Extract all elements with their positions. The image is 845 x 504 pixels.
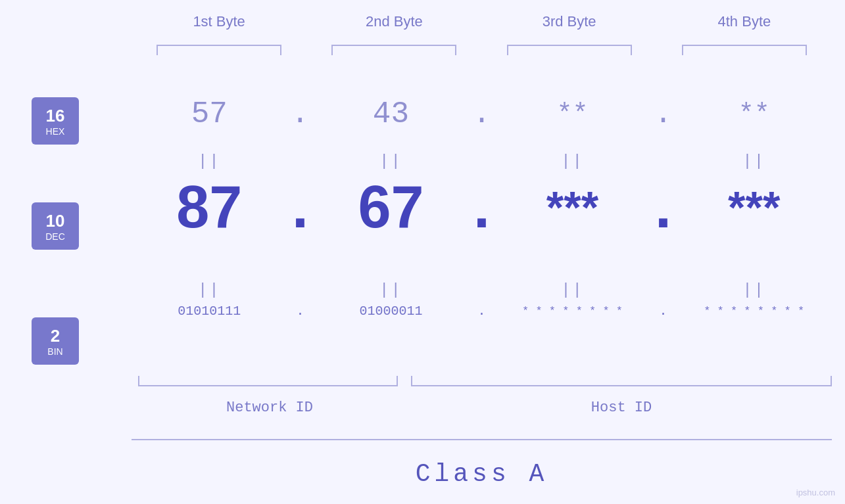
bin-byte1: 01010111 xyxy=(132,304,287,319)
watermark: ipshu.com xyxy=(796,488,835,497)
bin-byte4-masked: * * * * * * * * xyxy=(676,305,832,317)
top-bracket-2 xyxy=(331,45,456,55)
byte3-header: 3rd Byte xyxy=(497,13,642,30)
network-bracket xyxy=(138,376,398,386)
bottom-brackets xyxy=(132,376,832,386)
class-bracket xyxy=(132,439,832,440)
class-label: Class A xyxy=(132,460,832,488)
hex-dot2: . xyxy=(469,97,495,131)
dec-dot2: . xyxy=(469,177,495,237)
bin-byte3-masked: * * * * * * * * xyxy=(495,305,650,317)
bin-badge: 2 BIN xyxy=(32,317,79,365)
hex-badge: 16 HEX xyxy=(32,97,79,145)
bin-label: BIN xyxy=(47,346,62,357)
hex-dot1: . xyxy=(287,97,313,131)
bin-dot2: . xyxy=(469,304,495,319)
dec-byte2: 67 xyxy=(313,177,469,237)
bin-byte2: 01000011 xyxy=(313,304,469,319)
bin-dot1: . xyxy=(287,304,313,319)
byte1-header: 1st Byte xyxy=(147,13,291,30)
bin-values-row: 01010111 . 01000011 . * * * * * * * * . … xyxy=(132,304,832,319)
hex-dot3: . xyxy=(650,97,676,131)
top-bracket-1 xyxy=(157,45,281,55)
hex-byte2: 43 xyxy=(313,97,469,131)
hex-label: HEX xyxy=(46,126,65,137)
host-id-label: Host ID xyxy=(411,400,832,416)
dec-dot3: . xyxy=(650,177,676,237)
top-bracket-3 xyxy=(507,45,632,55)
equals-row-2: || || || || xyxy=(132,281,832,299)
network-id-label: Network ID xyxy=(135,400,404,416)
hex-byte3-masked: ** xyxy=(495,100,650,129)
dec-byte1: 87 xyxy=(132,177,287,237)
dec-number: 10 xyxy=(46,211,65,231)
byte4-header: 4th Byte xyxy=(672,13,817,30)
dec-byte4-masked: *** xyxy=(676,181,832,233)
hex-values-row: 57 . 43 . ** . ** xyxy=(132,97,832,131)
dec-byte3-masked: *** xyxy=(495,181,650,233)
host-bracket xyxy=(411,376,832,386)
top-bracket-4 xyxy=(682,45,807,55)
hex-byte1: 57 xyxy=(132,97,287,131)
bin-number: 2 xyxy=(51,326,60,346)
dec-label: DEC xyxy=(45,231,65,242)
hex-byte4-masked: ** xyxy=(676,100,832,129)
dec-badge: 10 DEC xyxy=(32,202,79,250)
top-brackets xyxy=(132,45,832,55)
dec-dot1: . xyxy=(287,177,313,237)
dec-values-row: 87 . 67 . *** . *** xyxy=(132,177,832,237)
equals-row-1: || || || || xyxy=(132,152,832,170)
byte2-header: 2nd Byte xyxy=(322,13,466,30)
bin-dot3: . xyxy=(650,304,676,319)
hex-number: 16 xyxy=(46,106,65,126)
